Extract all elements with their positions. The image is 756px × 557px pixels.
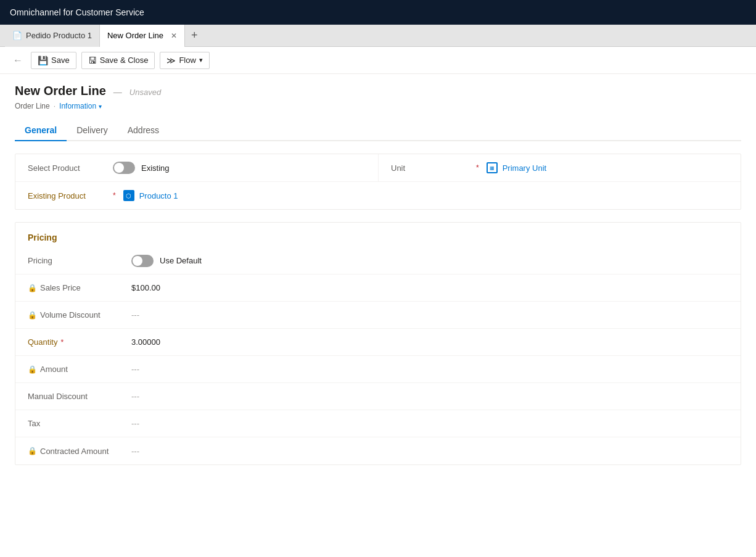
pricing-toggle-label: Pricing xyxy=(28,256,126,265)
volume-discount-label: 🔒 Volume Discount xyxy=(28,310,126,320)
save-button[interactable]: 💾 Save xyxy=(31,52,76,69)
volume-discount-lock-icon: 🔒 xyxy=(28,311,37,320)
page-status: Unsaved xyxy=(129,88,161,97)
save-label: Save xyxy=(51,56,70,65)
tab-address[interactable]: Address xyxy=(118,120,169,141)
sales-price-row: 🔒 Sales Price $100.00 xyxy=(15,274,741,302)
contracted-amount-lock-icon: 🔒 xyxy=(28,447,37,455)
tab-doc-icon: 📄 xyxy=(12,31,22,40)
tab-new-order-line[interactable]: New Order Line ✕ xyxy=(100,25,185,47)
save-close-button[interactable]: 🖫 Save & Close xyxy=(81,52,155,69)
product-row-2: Existing Product * ⬡ Producto 1 xyxy=(15,182,741,209)
tab-add-button[interactable]: + xyxy=(185,29,204,42)
back-icon: ← xyxy=(13,55,23,65)
tab-delivery[interactable]: Delivery xyxy=(67,120,118,141)
existing-product-required-star: * xyxy=(113,191,116,200)
unit-field: Unit * ▦ Primary Unit xyxy=(378,154,741,181)
tab-close-icon[interactable]: ✕ xyxy=(171,31,177,40)
breadcrumb-chevron-icon: ▾ xyxy=(99,103,102,110)
back-button[interactable]: ← xyxy=(10,52,26,69)
app-title: Omnichannel for Customer Service xyxy=(10,7,144,17)
breadcrumb-root: Order Line xyxy=(15,102,50,110)
amount-label: 🔒 Amount xyxy=(28,365,126,374)
save-close-label: Save & Close xyxy=(100,56,149,65)
page-content: New Order Line — Unsaved Order Line · In… xyxy=(0,74,756,557)
manual-discount-label: Manual Discount xyxy=(28,392,126,401)
flow-label: Flow xyxy=(179,56,195,65)
select-product-toggle[interactable] xyxy=(113,162,135,174)
tab-general[interactable]: General xyxy=(15,120,67,141)
amount-lock-icon: 🔒 xyxy=(28,365,37,374)
quantity-label: Quantity * xyxy=(28,337,126,347)
sales-price-label: 🔒 Sales Price xyxy=(28,283,126,292)
tab-delivery-label: Delivery xyxy=(76,125,108,135)
flow-chevron-icon: ▾ xyxy=(199,56,203,64)
tab-general-label: General xyxy=(25,125,57,135)
flow-button[interactable]: ≫ Flow ▾ xyxy=(160,52,209,69)
top-bar: Omnichannel for Customer Service xyxy=(0,0,756,25)
quantity-required-star: * xyxy=(60,338,64,347)
pricing-section: Pricing Pricing Use Default 🔒 Sales Pric… xyxy=(15,222,741,465)
save-icon: 💾 xyxy=(38,56,48,65)
breadcrumb: Order Line · Information ▾ xyxy=(15,102,741,110)
product-icon: ⬡ xyxy=(123,190,134,201)
existing-product-field: Existing Product * ⬡ Producto 1 xyxy=(15,182,378,209)
manual-discount-row: Manual Discount --- xyxy=(15,383,741,410)
tab-address-label: Address xyxy=(128,125,159,135)
unit-value[interactable]: Primary Unit xyxy=(503,163,547,173)
tax-row: Tax --- xyxy=(15,410,741,437)
amount-value: --- xyxy=(131,365,139,374)
tab-add-icon: + xyxy=(191,29,198,41)
unit-icon: ▦ xyxy=(487,162,498,173)
pricing-toggle-row: Pricing Use Default xyxy=(15,247,741,274)
breadcrumb-info-link[interactable]: Information ▾ xyxy=(59,102,102,110)
select-product-toggle-label: Existing xyxy=(141,163,170,173)
select-product-toggle-container: Existing xyxy=(113,162,170,174)
tab-new-order-label: New Order Line xyxy=(107,31,163,40)
contracted-amount-value: --- xyxy=(131,447,139,456)
sales-price-lock-icon: 🔒 xyxy=(28,284,37,292)
unit-label: Unit xyxy=(391,163,471,173)
sales-price-value: $100.00 xyxy=(131,283,160,292)
pricing-toggle-container: Use Default xyxy=(131,255,202,267)
tax-label: Tax xyxy=(28,419,126,428)
breadcrumb-dot: · xyxy=(54,102,55,110)
product-row-1: Select Product Existing Unit * ▦ Primary… xyxy=(15,154,741,182)
quantity-row: Quantity * 3.00000 xyxy=(15,329,741,356)
pricing-toggle-text: Use Default xyxy=(160,256,202,265)
tab-bar: 📄 Pedido Producto 1 New Order Line ✕ + xyxy=(0,25,756,47)
select-product-field: Select Product Existing xyxy=(15,154,378,181)
flow-arrows-icon: ≫ xyxy=(166,56,176,65)
existing-product-value[interactable]: Producto 1 xyxy=(139,191,178,200)
contracted-amount-row: 🔒 Contracted Amount --- xyxy=(15,437,741,464)
page-title-separator: — xyxy=(113,87,122,97)
tab-pedido-producto[interactable]: 📄 Pedido Producto 1 xyxy=(5,25,100,47)
save-close-icon: 🖫 xyxy=(88,56,97,65)
tax-value: --- xyxy=(131,419,139,428)
existing-product-label: Existing Product xyxy=(28,191,108,200)
volume-discount-value: --- xyxy=(131,310,139,320)
quantity-value: 3.00000 xyxy=(131,337,160,347)
page-title-row: New Order Line — Unsaved xyxy=(15,84,741,98)
existing-product-right-empty xyxy=(378,182,741,209)
unit-required-star: * xyxy=(476,163,479,172)
form-tabs: General Delivery Address xyxy=(15,120,741,141)
toolbar: ← 💾 Save 🖫 Save & Close ≫ Flow ▾ xyxy=(0,47,756,74)
pricing-toggle[interactable] xyxy=(131,255,154,267)
volume-discount-row: 🔒 Volume Discount --- xyxy=(15,302,741,329)
product-section: Select Product Existing Unit * ▦ Primary… xyxy=(15,154,741,210)
amount-row: 🔒 Amount --- xyxy=(15,356,741,383)
tab-pedido-label: Pedido Producto 1 xyxy=(26,31,92,40)
select-product-label: Select Product xyxy=(28,163,108,173)
contracted-amount-label: 🔒 Contracted Amount xyxy=(28,447,126,456)
pricing-title: Pricing xyxy=(15,223,741,247)
page-title: New Order Line xyxy=(15,84,106,98)
manual-discount-value: --- xyxy=(131,392,139,401)
breadcrumb-info-label: Information xyxy=(59,102,96,110)
